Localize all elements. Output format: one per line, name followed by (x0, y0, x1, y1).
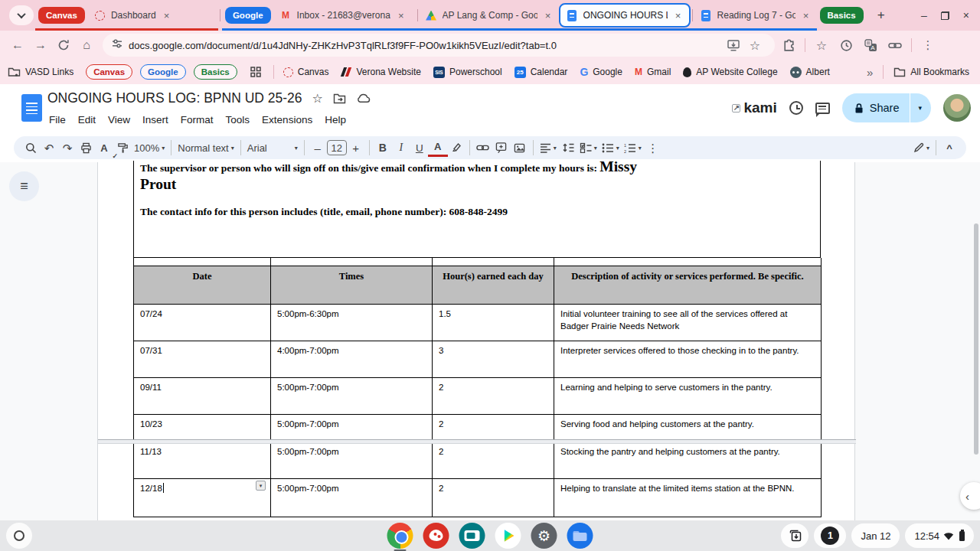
line-spacing-icon[interactable] (559, 139, 577, 157)
canvas-app-icon[interactable] (423, 523, 449, 549)
cloud-saved-icon[interactable] (356, 93, 371, 103)
doc-text-block[interactable]: The supervisor or person who will sign o… (133, 161, 821, 258)
bookmark-star-icon[interactable]: ☆ (744, 34, 766, 56)
header-times[interactable]: Times (271, 266, 433, 305)
settings-app-icon[interactable]: ⚙ (531, 523, 557, 549)
menu-edit[interactable]: Edit (72, 112, 102, 128)
header-date[interactable]: Date (134, 266, 271, 305)
all-bookmarks-folder[interactable]: All Bookmarks (893, 67, 969, 77)
bold-icon[interactable]: B (374, 139, 392, 157)
close-window-icon[interactable]: × (963, 10, 969, 21)
screen-capture-tote-button[interactable] (781, 523, 808, 548)
cell-hours[interactable]: 1.5 (433, 305, 554, 341)
bookmark-gmail[interactable]: M Gmail (635, 67, 671, 77)
bookmark-google[interactable]: G Google (580, 66, 622, 78)
tab-ongoing-hours-log-active[interactable]: ONGOING HOURS LOG × (559, 3, 691, 28)
share-dropdown[interactable]: ▾ (910, 93, 931, 122)
cell-times[interactable]: 5:00pm-7:00pm (271, 415, 433, 442)
close-icon[interactable]: × (395, 10, 407, 21)
undo-icon[interactable]: ↶ (40, 139, 58, 157)
launcher-button[interactable] (6, 523, 32, 549)
font-select[interactable]: Arial ▾ (245, 139, 300, 157)
more-tools-icon[interactable]: ⋮ (644, 139, 662, 157)
side-panel-toggle-button[interactable]: ‹ (960, 482, 980, 510)
apps-grid-icon[interactable] (245, 61, 266, 83)
document-page[interactable]: The supervisor or person who will sign o… (97, 162, 855, 520)
forward-icon[interactable]: → (29, 34, 52, 57)
text-color-icon[interactable]: A (429, 139, 447, 157)
cell-description[interactable]: Helping to translate at the limited item… (554, 479, 822, 517)
browser-menu-icon[interactable]: ⋮ (917, 34, 939, 56)
cell-times[interactable]: 5:00pm-7:00pm (271, 442, 433, 479)
home-icon[interactable]: ⌂ (75, 34, 98, 57)
bookmark-albert[interactable]: Albert (790, 67, 830, 78)
menu-tools[interactable]: Tools (220, 112, 256, 128)
install-app-icon[interactable] (723, 34, 744, 56)
menu-insert[interactable]: Insert (136, 112, 175, 128)
new-tab-button[interactable]: + (871, 5, 891, 25)
cell-date-active[interactable]: 12/18 ▾ (134, 479, 271, 517)
menu-format[interactable]: Format (175, 112, 220, 128)
doc-outline-button[interactable]: ≡ (9, 171, 39, 201)
add-comment-icon[interactable] (492, 139, 511, 157)
cell-hours[interactable]: 2 (433, 378, 554, 415)
cell-times[interactable]: 4:00pm-7:00pm (271, 341, 433, 378)
spellcheck-icon[interactable]: A (95, 139, 113, 157)
cell-hours[interactable]: 2 (433, 479, 554, 517)
menu-view[interactable]: View (102, 112, 136, 128)
bookmarks-overflow-icon[interactable]: » (867, 66, 873, 79)
kami-extension-button[interactable]: ↗ kami (732, 99, 776, 116)
hide-menus-icon[interactable]: ^ (940, 139, 959, 157)
site-info-icon[interactable] (112, 38, 122, 52)
tab-ap-lang[interactable]: AP Lang & Comp - Goo × (420, 4, 559, 27)
scrollbar-thumb[interactable] (974, 223, 978, 455)
bookmark-folder-vasd[interactable]: VASD Links (8, 67, 74, 77)
cell-description[interactable]: Serving food and helping customers at th… (554, 415, 822, 442)
numbered-list-icon[interactable]: 1 2 ▾ (622, 139, 644, 157)
star-document-icon[interactable]: ☆ (312, 91, 323, 106)
tab-inbox[interactable]: M Inbox - 21683@verona × (274, 4, 416, 27)
close-icon[interactable]: × (542, 10, 554, 21)
cell-hours[interactable]: 2 (433, 442, 554, 479)
cell-description[interactable]: Learning and helping to serve customers … (554, 378, 822, 415)
cell-date[interactable]: 07/31 (134, 341, 271, 378)
tab-group-chip-google[interactable]: Google (225, 7, 271, 24)
cell-description[interactable]: Stocking the pantry and helping customer… (554, 442, 822, 479)
history-icon[interactable] (835, 34, 857, 56)
address-bar[interactable]: docs.google.com/document/d/1u4JdNHy-ZHKz… (103, 34, 775, 57)
italic-icon[interactable]: I (392, 139, 410, 157)
bookmarks-panel-icon[interactable]: ☆ (811, 34, 832, 56)
bookmark-chip-google[interactable]: Google (140, 64, 186, 80)
search-menus-icon[interactable] (21, 139, 40, 157)
insert-image-icon[interactable] (511, 139, 529, 157)
header-hours[interactable]: Hour(s) earned each day (433, 266, 554, 305)
editing-mode-button[interactable]: ▾ (911, 139, 932, 157)
files-app-icon[interactable] (567, 523, 593, 549)
bookmark-powerschool[interactable]: SIS Powerschool (433, 67, 502, 78)
play-store-icon[interactable] (495, 523, 521, 549)
cell-times[interactable]: 5:00pm-7:00pm (271, 479, 433, 517)
close-icon[interactable]: × (672, 10, 684, 21)
print-icon[interactable] (77, 139, 95, 157)
cell-date[interactable]: 11/13 (134, 442, 271, 479)
bookmark-chip-basics[interactable]: Basics (194, 64, 237, 80)
move-to-folder-icon[interactable] (333, 93, 346, 104)
font-size-input[interactable]: 12 (327, 140, 347, 155)
extensions-puzzle-icon[interactable] (778, 34, 799, 56)
tab-search-button[interactable] (9, 5, 34, 25)
restore-icon[interactable] (941, 11, 949, 20)
copy-link-icon[interactable] (884, 34, 906, 56)
back-icon[interactable]: ← (6, 34, 29, 57)
close-icon[interactable]: × (800, 10, 812, 21)
version-history-icon[interactable] (789, 101, 803, 115)
cell-description[interactable]: Interpreter services offered to those ch… (554, 341, 822, 378)
checklist-icon[interactable]: ▾ (577, 139, 599, 157)
status-tray[interactable]: 12:54 (905, 523, 974, 548)
cell-date[interactable]: 10/23 (134, 415, 271, 442)
tab-reading-log[interactable]: Reading Log 7 - Googl × (694, 4, 817, 27)
minimize-icon[interactable]: – (921, 10, 927, 21)
cell-dropdown-icon[interactable]: ▾ (256, 481, 266, 491)
menu-file[interactable]: File (43, 112, 72, 128)
screencast-app-icon[interactable] (459, 523, 485, 549)
close-icon[interactable]: × (161, 10, 173, 21)
